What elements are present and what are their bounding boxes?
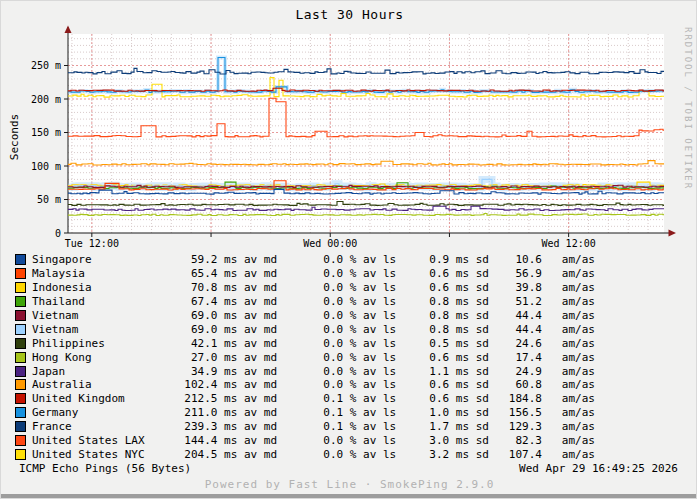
legend-host-name: Thailand [32, 295, 164, 308]
legend-loss-value: 0.0 [277, 323, 343, 336]
legend-avg-value: 144.4 [164, 434, 217, 447]
probe-info: ICMP Echo Pings (56 Bytes) [19, 462, 191, 475]
legend-loss-value: 0.0 [277, 378, 343, 391]
legend-sd-value: 0.8 [396, 295, 449, 308]
legend-amas-value: 107.4 [489, 448, 542, 461]
legend-amas-unit: am/as [542, 323, 595, 336]
legend-amas-unit: am/as [542, 253, 595, 266]
legend-avg-unit: ms av md [217, 295, 277, 308]
legend-sd-unit: ms sd [449, 253, 489, 266]
legend-sd-unit: ms sd [449, 337, 489, 350]
legend-host-name: Philippines [32, 337, 164, 350]
legend-host-name: Malaysia [32, 267, 164, 280]
legend-host-name: United Kingdom [32, 392, 164, 405]
legend-sd-value: 1.7 [396, 420, 449, 433]
legend-sd-value: 0.9 [396, 253, 449, 266]
legend-loss-value: 0.0 [277, 337, 343, 350]
legend-avg-unit: ms av md [217, 253, 277, 266]
legend-color-swatch [15, 282, 26, 293]
legend-sd-unit: ms sd [449, 295, 489, 308]
legend-color-swatch [15, 310, 26, 321]
legend-loss-value: 0.0 [277, 267, 343, 280]
legend-avg-value: 102.4 [164, 378, 217, 391]
legend-host-name: France [32, 420, 164, 433]
legend-loss-unit: % av ls [343, 378, 396, 391]
legend-avg-value: 211.0 [164, 406, 217, 419]
legend-row: France239.3 ms av md0.1 % av ls1.7 ms sd… [15, 420, 595, 434]
legend-row: Vietnam69.0 ms av md0.0 % av ls0.8 ms sd… [15, 322, 595, 336]
legend-avg-unit: ms av md [217, 281, 277, 294]
legend-avg-unit: ms av md [217, 420, 277, 433]
svg-text:0: 0 [55, 228, 61, 239]
legend-avg-unit: ms av md [217, 337, 277, 350]
legend-host-name: Australia [32, 378, 164, 391]
legend-color-swatch [15, 407, 26, 418]
legend-row: Philippines42.1 ms av md0.0 % av ls0.5 m… [15, 336, 595, 350]
legend-amas-value: 82.3 [489, 434, 542, 447]
legend-amas-unit: am/as [542, 281, 595, 294]
legend-amas-value: 10.6 [489, 253, 542, 266]
legend-amas-value: 184.8 [489, 392, 542, 405]
legend-host-name: Hong Kong [32, 351, 164, 364]
legend-loss-value: 0.0 [277, 365, 343, 378]
legend-color-swatch [15, 352, 26, 363]
legend-sd-value: 1.0 [396, 406, 449, 419]
legend-avg-value: 69.0 [164, 309, 217, 322]
legend-color-swatch [15, 393, 26, 404]
legend-loss-unit: % av ls [343, 267, 396, 280]
legend-host-name: Vietnam [32, 323, 164, 336]
legend-color-swatch [15, 366, 26, 377]
legend-avg-unit: ms av md [217, 378, 277, 391]
legend-sd-value: 0.8 [396, 309, 449, 322]
legend-loss-unit: % av ls [343, 253, 396, 266]
legend-sd-unit: ms sd [449, 365, 489, 378]
legend-color-swatch [15, 449, 26, 460]
svg-text:200 m: 200 m [31, 94, 61, 105]
legend-loss-unit: % av ls [343, 323, 396, 336]
legend-amas-unit: am/as [542, 365, 595, 378]
legend-amas-value: 56.9 [489, 267, 542, 280]
smokeping-graph-page: Last 30 Hours 050 m100 m150 m200 m250 mT… [0, 0, 697, 499]
legend-sd-unit: ms sd [449, 281, 489, 294]
legend-avg-value: 70.8 [164, 281, 217, 294]
legend-color-swatch [15, 296, 26, 307]
legend-avg-value: 239.3 [164, 420, 217, 433]
legend-sd-unit: ms sd [449, 378, 489, 391]
legend-avg-value: 59.2 [164, 253, 217, 266]
legend-loss-unit: % av ls [343, 365, 396, 378]
legend-sd-unit: ms sd [449, 392, 489, 405]
legend-loss-unit: % av ls [343, 392, 396, 405]
legend-row: Australia102.4 ms av md0.0 % av ls0.6 ms… [15, 378, 595, 392]
graph-timestamp: Wed Apr 29 16:49:25 2026 [519, 462, 678, 475]
legend-row: Hong Kong27.0 ms av md0.0 % av ls0.6 ms … [15, 350, 595, 364]
legend-avg-unit: ms av md [217, 309, 277, 322]
legend: Singapore59.2 ms av md0.0 % av ls0.9 ms … [15, 253, 595, 461]
legend-host-name: United States NYC [32, 448, 164, 461]
legend-row: Singapore59.2 ms av md0.0 % av ls0.9 ms … [15, 253, 595, 267]
legend-loss-value: 0.0 [277, 281, 343, 294]
legend-host-name: Japan [32, 365, 164, 378]
legend-amas-value: 24.9 [489, 365, 542, 378]
legend-amas-value: 51.2 [489, 295, 542, 308]
legend-row: United States LAX144.4 ms av md0.0 % av … [15, 434, 595, 448]
legend-sd-value: 0.6 [396, 281, 449, 294]
legend-sd-unit: ms sd [449, 448, 489, 461]
legend-sd-unit: ms sd [449, 351, 489, 364]
legend-loss-value: 0.1 [277, 392, 343, 405]
svg-text:150 m: 150 m [31, 127, 61, 138]
legend-row: Indonesia70.8 ms av md0.0 % av ls0.6 ms … [15, 281, 595, 295]
legend-avg-value: 42.1 [164, 337, 217, 350]
legend-loss-unit: % av ls [343, 448, 396, 461]
legend-amas-value: 44.4 [489, 309, 542, 322]
svg-text:Wed 00:00: Wed 00:00 [303, 238, 357, 249]
legend-avg-unit: ms av md [217, 351, 277, 364]
svg-text:250 m: 250 m [31, 60, 61, 71]
legend-avg-value: 69.0 [164, 323, 217, 336]
legend-amas-value: 17.4 [489, 351, 542, 364]
legend-amas-unit: am/as [542, 448, 595, 461]
legend-amas-unit: am/as [542, 434, 595, 447]
legend-host-name: Vietnam [32, 309, 164, 322]
window-bottom-edge [1, 494, 696, 498]
legend-loss-value: 0.0 [277, 351, 343, 364]
legend-loss-unit: % av ls [343, 351, 396, 364]
